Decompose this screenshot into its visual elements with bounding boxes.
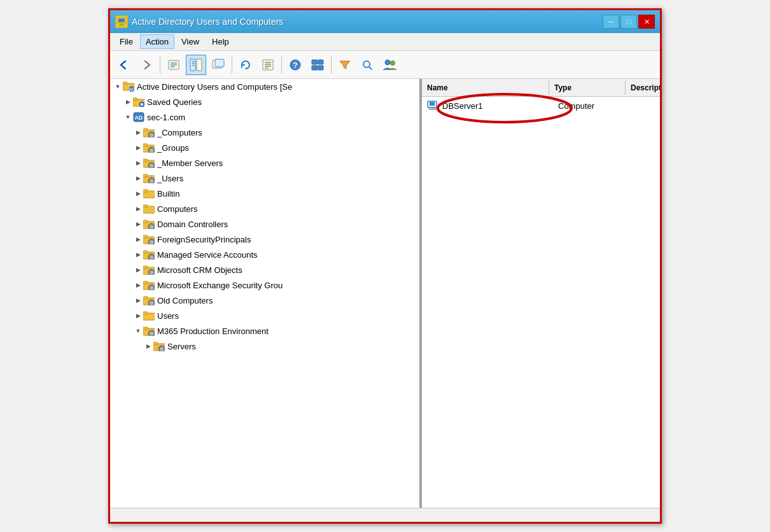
users-button[interactable] <box>379 55 400 75</box>
svg-rect-97 <box>430 102 435 106</box>
tree-children-domain: ▶ ⚙ <box>110 125 419 354</box>
svg-rect-66 <box>143 235 148 238</box>
toggle-servers[interactable]: ▶ <box>143 341 153 351</box>
servers-icon: ⚙ <box>153 340 165 352</box>
tree-node-builtin: ▶ Builtin <box>110 186 419 201</box>
tree-children-root: ▶ Saved <box>110 94 419 354</box>
menu-file[interactable]: File <box>114 34 139 49</box>
toggle-crm[interactable]: ▶ <box>133 265 143 275</box>
tree-row-servers[interactable]: ▶ ⚙ <box>110 339 419 354</box>
refresh-button[interactable] <box>235 55 256 75</box>
menu-action[interactable]: Action <box>140 34 174 49</box>
toggle-builtin[interactable]: ▶ <box>133 188 143 199</box>
toggle-computers[interactable]: ▶ <box>133 204 143 214</box>
toggle-m365[interactable]: ▼ <box>133 326 143 336</box>
tree-row-fsp[interactable]: ▶ ⚙ <box>110 232 419 247</box>
tree-node-dc: ▶ ⚙ <box>110 216 419 232</box>
svg-rect-2 <box>120 24 123 25</box>
svg-rect-88 <box>143 327 148 330</box>
export-button[interactable] <box>258 55 278 75</box>
dc-icon: ⚙ <box>143 218 155 230</box>
menu-help[interactable]: Help <box>206 34 235 49</box>
svg-rect-70 <box>143 251 148 253</box>
tree-row-users-ou[interactable]: ▶ ⚙ <box>110 171 419 186</box>
tree-node-computers-ou: ▶ ⚙ <box>110 125 419 140</box>
tree-node-root: ▼ AD Active Directory Users and Computer… <box>110 79 419 354</box>
crm-icon: ⚙ <box>143 264 155 276</box>
toggle-fsp[interactable]: ▶ <box>133 234 143 244</box>
view-list-button[interactable] <box>307 55 328 75</box>
tree-children-m365: ▶ ⚙ <box>110 339 419 354</box>
svg-text:?: ? <box>293 61 297 70</box>
svg-point-28 <box>385 60 390 65</box>
tree-row-domain[interactable]: ▼ AD sec-1.com <box>110 109 419 125</box>
tree-row-member-servers-ou[interactable]: ▶ ⚙ <box>110 155 419 171</box>
svg-rect-31 <box>123 82 127 85</box>
tree-node-users-ou: ▶ ⚙ <box>110 171 419 186</box>
svg-text:⚙: ⚙ <box>150 286 153 290</box>
toggle-exchange[interactable]: ▶ <box>133 280 143 290</box>
toggle-dc[interactable]: ▶ <box>133 219 143 229</box>
tree-node-fsp: ▶ ⚙ <box>110 232 419 247</box>
search-button[interactable] <box>357 55 377 75</box>
tree-row-computers-ou[interactable]: ▶ ⚙ <box>110 125 419 140</box>
msa-label: Managed Service Accounts <box>157 250 258 260</box>
tree-row-groups-ou[interactable]: ▶ ⚙ <box>110 140 419 155</box>
minimize-button[interactable]: ─ <box>603 15 619 29</box>
maximize-button[interactable]: □ <box>620 15 637 29</box>
m365-icon: ⚙ <box>143 325 155 337</box>
help-button[interactable]: ? <box>285 55 305 75</box>
properties-button[interactable] <box>164 55 184 75</box>
toggle-users[interactable]: ▶ <box>133 311 143 321</box>
svg-rect-14 <box>215 59 224 67</box>
toggle-computers-ou[interactable]: ▶ <box>133 127 143 137</box>
menu-view[interactable]: View <box>176 34 205 49</box>
header-type[interactable]: Type <box>549 81 626 95</box>
toolbar-separator-2 <box>232 56 232 74</box>
tree-row-root[interactable]: ▼ AD Active Directory Users and Computer… <box>110 79 419 94</box>
tree-row-users[interactable]: ▶ Users <box>110 308 419 323</box>
tree-node-old-computers: ▶ ⚙ <box>110 293 419 308</box>
toggle-old-computers[interactable]: ▶ <box>133 295 143 305</box>
filter-button[interactable] <box>335 55 355 75</box>
app-icon <box>115 15 128 28</box>
tree-node-exchange: ▶ ⚙ <box>110 277 419 293</box>
tree-node-servers: ▶ ⚙ <box>110 339 419 354</box>
header-desc[interactable]: Description <box>626 81 660 95</box>
tree-row-computers[interactable]: ▶ Computers <box>110 201 419 216</box>
tree-row-saved-queries[interactable]: ▶ Saved <box>110 94 419 109</box>
tree-toggle-root[interactable]: ▼ <box>113 81 123 92</box>
toolbar: ? <box>110 51 660 79</box>
list-item-dbserver1[interactable]: DBServer1 Computer <box>422 98 660 113</box>
tree-row-dc[interactable]: ▶ ⚙ <box>110 216 419 232</box>
tree-row-exchange[interactable]: ▶ ⚙ <box>110 277 419 293</box>
tree-row-old-computers[interactable]: ▶ ⚙ <box>110 293 419 308</box>
member-servers-ou-icon: ⚙ <box>143 157 155 169</box>
root-icon: AD <box>123 81 134 92</box>
toggle-groups-ou[interactable]: ▶ <box>133 143 143 153</box>
toggle-msa[interactable]: ▶ <box>133 249 143 260</box>
forward-button[interactable] <box>136 55 157 75</box>
dbserver1-icon <box>427 100 438 111</box>
toggle-member-servers-ou[interactable]: ▶ <box>133 158 143 168</box>
back-button[interactable] <box>114 55 134 75</box>
toggle-users-ou[interactable]: ▶ <box>133 173 143 183</box>
tree-row-builtin[interactable]: ▶ Builtin <box>110 186 419 201</box>
msa-icon: ⚙ <box>143 249 155 260</box>
window-title: Active Directory Users and Computers <box>132 17 283 27</box>
console-tree-button[interactable] <box>186 55 206 75</box>
menu-bar: File Action View Help <box>110 33 660 51</box>
tree-node-m365: ▼ ⚙ <box>110 323 419 354</box>
close-button[interactable]: ✕ <box>638 15 655 29</box>
toggle-domain[interactable]: ▼ <box>123 112 133 122</box>
toggle-saved-queries[interactable]: ▶ <box>123 97 133 107</box>
computers-ou-icon: ⚙ <box>143 127 155 138</box>
tree-row-m365[interactable]: ▼ ⚙ <box>110 323 419 339</box>
tree-node-saved-queries: ▶ Saved <box>110 94 419 109</box>
svg-rect-3 <box>118 25 125 26</box>
tree-row-crm[interactable]: ▶ ⚙ <box>110 262 419 277</box>
svg-rect-22 <box>312 60 318 64</box>
new-window-button[interactable] <box>208 55 228 75</box>
header-name[interactable]: Name <box>422 81 549 95</box>
tree-row-msa[interactable]: ▶ ⚙ <box>110 247 419 262</box>
